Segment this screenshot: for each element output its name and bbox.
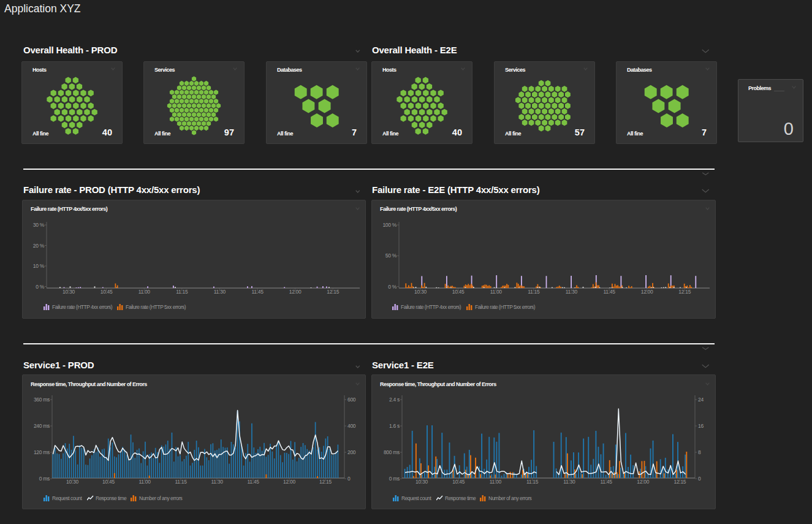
svg-text:8: 8 [698, 449, 701, 455]
svg-text:800 ms: 800 ms [384, 449, 400, 455]
svg-text:360 ms: 360 ms [34, 397, 50, 403]
svg-text:0: 0 [347, 476, 351, 482]
svg-text:120 ms: 120 ms [34, 449, 50, 455]
svg-text:200: 200 [347, 449, 356, 455]
svg-text:50 %: 50 % [385, 253, 397, 259]
svg-text:16: 16 [698, 423, 704, 429]
svg-text:400: 400 [347, 423, 356, 429]
svg-text:240 ms: 240 ms [34, 423, 50, 429]
svg-text:0 ms: 0 ms [389, 476, 400, 482]
svg-text:2.4 s: 2.4 s [389, 397, 400, 403]
svg-text:0: 0 [698, 476, 701, 482]
svg-text:0 %: 0 % [388, 284, 397, 290]
svg-text:1.6 s: 1.6 s [389, 423, 400, 429]
svg-text:100 %: 100 % [382, 222, 397, 228]
svg-text:600: 600 [347, 397, 356, 403]
svg-text:10 %: 10 % [33, 263, 45, 269]
svg-text:0 %: 0 % [36, 284, 44, 290]
svg-text:20 %: 20 % [33, 243, 45, 249]
svg-text:24: 24 [698, 397, 704, 403]
svg-text:30 %: 30 % [33, 222, 45, 228]
svg-text:0 ms: 0 ms [39, 476, 50, 482]
